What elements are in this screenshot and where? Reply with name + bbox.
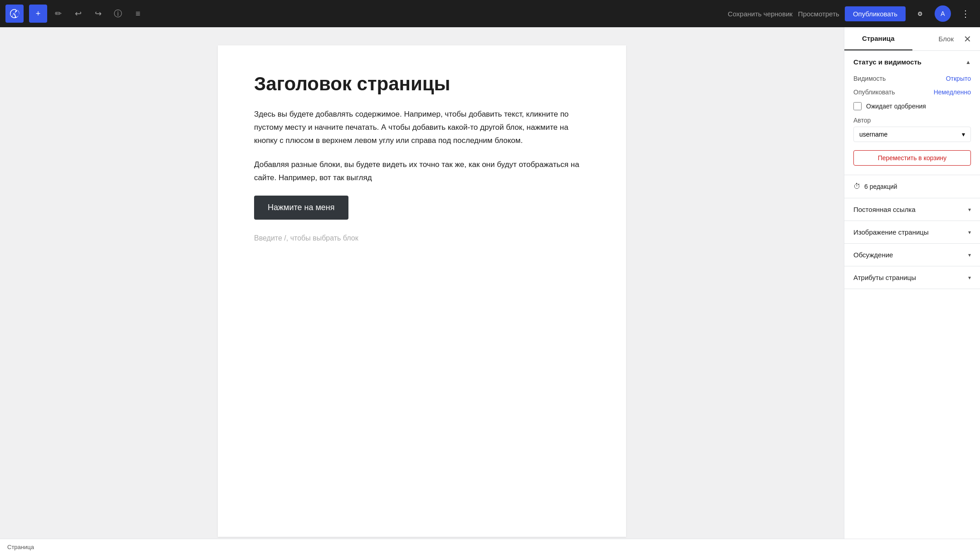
status-label: Страница: [7, 544, 34, 550]
preview-button[interactable]: Просмотреть: [798, 10, 839, 18]
page-title[interactable]: Заголовок страницы: [254, 73, 590, 95]
move-to-trash-button[interactable]: Переместить в корзину: [853, 150, 971, 166]
permalink-header[interactable]: Постоянная ссылка ▾: [844, 198, 980, 221]
page-attributes-header[interactable]: Атрибуты страницы ▾: [844, 266, 980, 289]
settings-button[interactable]: ⚙: [911, 5, 929, 23]
status-section-content: Видимость Открыто Опубликовать Немедленн…: [844, 73, 980, 175]
featured-image-title: Изображение страницы: [853, 228, 929, 236]
toolbar-right: Сохранить черновик Просмотреть Опубликов…: [728, 5, 975, 23]
user-avatar-button[interactable]: A: [935, 5, 951, 22]
list-view-button[interactable]: ≡: [129, 5, 147, 23]
editor-content: Заголовок страницы Здесь вы будете добав…: [218, 45, 626, 537]
author-value: username: [859, 131, 887, 138]
editor-area: Заголовок страницы Здесь вы будете добав…: [0, 27, 844, 555]
redo-button[interactable]: ↪: [89, 5, 107, 23]
revisions-row[interactable]: ⏱ 6 редакций: [844, 175, 980, 198]
author-row: Автор username ▾: [853, 117, 971, 142]
featured-image-header[interactable]: Изображение страницы ▾: [844, 221, 980, 243]
pending-review-checkbox[interactable]: [853, 102, 862, 110]
info-icon: ⓘ: [114, 8, 122, 19]
publish-value[interactable]: Немедленно: [934, 88, 971, 96]
sidebar-tabs: Страница Блок ✕: [844, 27, 980, 51]
publish-button[interactable]: Опубликовать: [845, 6, 906, 21]
status-bar: Страница: [0, 539, 980, 555]
status-visibility-section: Статус и видимость ▲ Видимость Открыто О…: [844, 51, 980, 175]
publish-label: Опубликовать: [853, 88, 895, 96]
chevron-down-icon-permalink: ▾: [968, 206, 971, 213]
redo-icon: ↪: [95, 9, 102, 19]
chevron-up-icon: ▲: [965, 59, 971, 65]
user-icon: A: [941, 10, 945, 17]
close-icon: ✕: [964, 34, 971, 44]
discussion-title: Обсуждение: [853, 251, 893, 259]
author-select[interactable]: username ▾: [853, 127, 971, 142]
chevron-down-icon-featured: ▾: [968, 229, 971, 236]
layout: Заголовок страницы Здесь вы будете добав…: [0, 27, 980, 555]
chevron-down-icon-attributes: ▾: [968, 275, 971, 281]
wp-logo: [5, 5, 24, 23]
body-text-2[interactable]: Добавляя разные блоки, вы будете видеть …: [254, 158, 590, 185]
visibility-row: Видимость Открыто: [853, 75, 971, 82]
pending-review-row: Ожидает одобрения: [853, 102, 971, 110]
undo-button[interactable]: ↩: [69, 5, 87, 23]
pending-review-label: Ожидает одобрения: [866, 103, 926, 110]
status-section-title: Статус и видимость: [853, 58, 921, 66]
chevron-down-icon-discussion: ▾: [968, 252, 971, 258]
chevron-down-icon: ▾: [962, 131, 965, 138]
publish-row: Опубликовать Немедленно: [853, 88, 971, 96]
author-label: Автор: [853, 117, 971, 124]
page-attributes-section: Атрибуты страницы ▾: [844, 266, 980, 289]
info-button[interactable]: ⓘ: [109, 5, 127, 23]
save-draft-button[interactable]: Сохранить черновик: [728, 10, 793, 18]
discussion-section: Обсуждение ▾: [844, 244, 980, 266]
revisions-text: 6 редакций: [864, 183, 897, 190]
status-visibility-header[interactable]: Статус и видимость ▲: [844, 51, 980, 73]
revisions-icon: ⏱: [853, 182, 861, 191]
featured-image-section: Изображение страницы ▾: [844, 221, 980, 244]
pencil-button[interactable]: ✏: [49, 5, 67, 23]
visibility-value[interactable]: Открыто: [946, 75, 971, 82]
tab-page[interactable]: Страница: [844, 27, 912, 50]
close-sidebar-button[interactable]: ✕: [960, 32, 975, 46]
page-attributes-title: Атрибуты страницы: [853, 274, 916, 281]
more-icon: ⋮: [961, 8, 970, 19]
pencil-icon: ✏: [55, 9, 62, 19]
discussion-header[interactable]: Обсуждение ▾: [844, 244, 980, 266]
block-placeholder[interactable]: Введите /, чтобы выбрать блок: [254, 231, 590, 246]
undo-icon: ↩: [75, 9, 82, 19]
settings-icon: ⚙: [917, 10, 923, 17]
button-block[interactable]: Нажмите на меня: [254, 196, 348, 220]
body-text-1[interactable]: Здесь вы будете добавлять содержимое. На…: [254, 108, 590, 147]
toolbar: + ✏ ↩ ↪ ⓘ ≡ Сохранить черновик Просмотре…: [0, 0, 980, 27]
more-options-button[interactable]: ⋮: [956, 5, 975, 23]
sidebar: Страница Блок ✕ Статус и видимость ▲ Вид…: [844, 27, 980, 555]
permalink-title: Постоянная ссылка: [853, 206, 916, 213]
list-icon: ≡: [136, 9, 141, 19]
add-block-button[interactable]: +: [29, 5, 47, 23]
permalink-section: Постоянная ссылка ▾: [844, 198, 980, 221]
visibility-label: Видимость: [853, 75, 886, 82]
